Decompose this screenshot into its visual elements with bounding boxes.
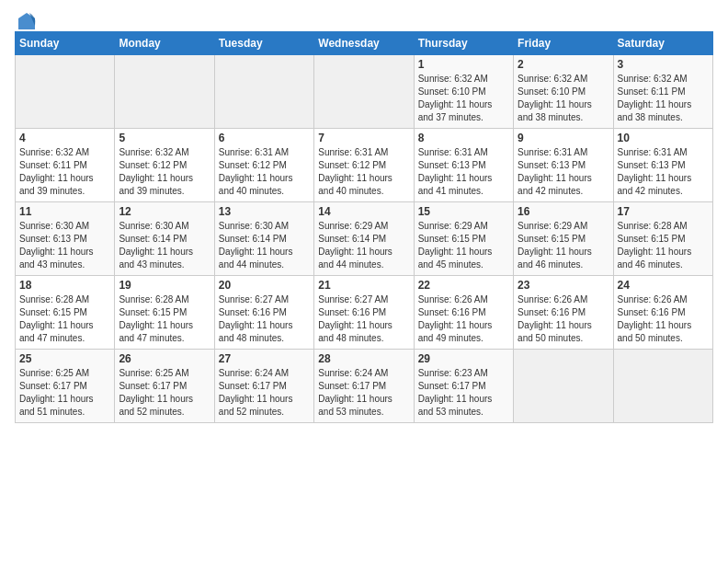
col-monday: Monday: [115, 32, 214, 55]
day-number: 14: [318, 205, 409, 218]
day-info: Sunrise: 6:27 AM Sunset: 6:16 PM Dayligh…: [219, 293, 310, 345]
day-cell: 3Sunrise: 6:32 AM Sunset: 6:11 PM Daylig…: [613, 55, 712, 129]
day-cell: 23Sunrise: 6:26 AM Sunset: 6:16 PM Dayli…: [514, 276, 613, 350]
day-cell: 22Sunrise: 6:26 AM Sunset: 6:16 PM Dayli…: [414, 276, 513, 350]
day-info: Sunrise: 6:26 AM Sunset: 6:16 PM Dayligh…: [518, 293, 609, 345]
day-number: 13: [219, 205, 310, 218]
day-cell: 17Sunrise: 6:28 AM Sunset: 6:15 PM Dayli…: [613, 202, 712, 276]
day-info: Sunrise: 6:32 AM Sunset: 6:12 PM Dayligh…: [119, 146, 210, 198]
day-info: Sunrise: 6:25 AM Sunset: 6:17 PM Dayligh…: [119, 367, 210, 419]
day-cell: 27Sunrise: 6:24 AM Sunset: 6:17 PM Dayli…: [214, 350, 313, 423]
page: Sunday Monday Tuesday Wednesday Thursday…: [0, 0, 728, 563]
week-row-3: 18Sunrise: 6:28 AM Sunset: 6:15 PM Dayli…: [16, 276, 713, 350]
day-number: 10: [618, 132, 709, 144]
day-info: Sunrise: 6:24 AM Sunset: 6:17 PM Dayligh…: [219, 367, 310, 419]
day-info: Sunrise: 6:32 AM Sunset: 6:10 PM Dayligh…: [418, 73, 509, 124]
col-wednesday: Wednesday: [314, 32, 414, 55]
day-cell: 21Sunrise: 6:27 AM Sunset: 6:16 PM Dayli…: [314, 276, 414, 350]
day-info: Sunrise: 6:23 AM Sunset: 6:17 PM Dayligh…: [418, 367, 509, 419]
day-cell: [214, 55, 313, 129]
col-saturday: Saturday: [613, 32, 712, 55]
day-number: 8: [418, 132, 509, 144]
day-info: Sunrise: 6:30 AM Sunset: 6:14 PM Dayligh…: [219, 220, 310, 271]
day-cell: 20Sunrise: 6:27 AM Sunset: 6:16 PM Dayli…: [214, 276, 313, 350]
day-cell: 6Sunrise: 6:31 AM Sunset: 6:12 PM Daylig…: [214, 129, 313, 202]
day-info: Sunrise: 6:29 AM Sunset: 6:14 PM Dayligh…: [318, 220, 409, 271]
day-info: Sunrise: 6:30 AM Sunset: 6:14 PM Dayligh…: [119, 220, 210, 271]
col-thursday: Thursday: [414, 32, 513, 55]
day-number: 6: [219, 132, 310, 144]
day-number: 4: [19, 132, 110, 144]
week-row-4: 25Sunrise: 6:25 AM Sunset: 6:17 PM Dayli…: [16, 350, 713, 423]
day-info: Sunrise: 6:26 AM Sunset: 6:16 PM Dayligh…: [418, 293, 509, 345]
day-cell: 19Sunrise: 6:28 AM Sunset: 6:15 PM Dayli…: [115, 276, 214, 350]
day-number: 18: [19, 279, 110, 292]
day-cell: [514, 350, 613, 423]
day-cell: 28Sunrise: 6:24 AM Sunset: 6:17 PM Dayli…: [314, 350, 414, 423]
day-cell: [314, 55, 414, 129]
day-info: Sunrise: 6:31 AM Sunset: 6:13 PM Dayligh…: [618, 146, 709, 198]
day-number: 27: [219, 352, 310, 365]
day-cell: 4Sunrise: 6:32 AM Sunset: 6:11 PM Daylig…: [16, 129, 115, 202]
day-number: 23: [518, 279, 609, 292]
day-info: Sunrise: 6:31 AM Sunset: 6:13 PM Dayligh…: [518, 146, 609, 198]
day-cell: 8Sunrise: 6:31 AM Sunset: 6:13 PM Daylig…: [414, 129, 513, 202]
logo: [15, 11, 37, 28]
day-number: 5: [119, 132, 210, 144]
day-info: Sunrise: 6:28 AM Sunset: 6:15 PM Dayligh…: [618, 220, 709, 271]
day-cell: 9Sunrise: 6:31 AM Sunset: 6:13 PM Daylig…: [514, 129, 613, 202]
day-number: 22: [418, 279, 509, 292]
day-number: 19: [119, 279, 210, 292]
logo-icon: [17, 11, 37, 31]
day-number: 29: [418, 352, 509, 365]
day-number: 20: [219, 279, 310, 292]
day-number: 7: [318, 132, 409, 144]
day-number: 12: [119, 205, 210, 218]
day-cell: [115, 55, 214, 129]
day-cell: [613, 350, 712, 423]
day-info: Sunrise: 6:28 AM Sunset: 6:15 PM Dayligh…: [19, 293, 110, 345]
day-cell: 18Sunrise: 6:28 AM Sunset: 6:15 PM Dayli…: [16, 276, 115, 350]
day-cell: 5Sunrise: 6:32 AM Sunset: 6:12 PM Daylig…: [115, 129, 214, 202]
day-info: Sunrise: 6:26 AM Sunset: 6:16 PM Dayligh…: [618, 293, 709, 345]
day-number: 28: [318, 352, 409, 365]
day-info: Sunrise: 6:27 AM Sunset: 6:16 PM Dayligh…: [318, 293, 409, 345]
day-info: Sunrise: 6:32 AM Sunset: 6:10 PM Dayligh…: [518, 73, 609, 124]
day-info: Sunrise: 6:32 AM Sunset: 6:11 PM Dayligh…: [618, 73, 709, 124]
col-sunday: Sunday: [16, 32, 115, 55]
day-number: 2: [518, 58, 609, 71]
day-info: Sunrise: 6:29 AM Sunset: 6:15 PM Dayligh…: [418, 220, 509, 271]
day-number: 17: [618, 205, 709, 218]
day-number: 9: [518, 132, 609, 144]
day-cell: 12Sunrise: 6:30 AM Sunset: 6:14 PM Dayli…: [115, 202, 214, 276]
day-cell: 29Sunrise: 6:23 AM Sunset: 6:17 PM Dayli…: [414, 350, 513, 423]
day-cell: 26Sunrise: 6:25 AM Sunset: 6:17 PM Dayli…: [115, 350, 214, 423]
day-number: 1: [418, 58, 509, 71]
day-cell: 14Sunrise: 6:29 AM Sunset: 6:14 PM Dayli…: [314, 202, 414, 276]
day-cell: 11Sunrise: 6:30 AM Sunset: 6:13 PM Dayli…: [16, 202, 115, 276]
day-info: Sunrise: 6:32 AM Sunset: 6:11 PM Dayligh…: [19, 146, 110, 198]
day-number: 21: [318, 279, 409, 292]
col-friday: Friday: [514, 32, 613, 55]
day-cell: 24Sunrise: 6:26 AM Sunset: 6:16 PM Dayli…: [613, 276, 712, 350]
day-info: Sunrise: 6:29 AM Sunset: 6:15 PM Dayligh…: [518, 220, 609, 271]
day-number: 11: [19, 205, 110, 218]
day-info: Sunrise: 6:31 AM Sunset: 6:12 PM Dayligh…: [318, 146, 409, 198]
day-info: Sunrise: 6:31 AM Sunset: 6:12 PM Dayligh…: [219, 146, 310, 198]
week-row-1: 4Sunrise: 6:32 AM Sunset: 6:11 PM Daylig…: [16, 129, 713, 202]
col-tuesday: Tuesday: [214, 32, 313, 55]
day-number: 26: [119, 352, 210, 365]
day-cell: 7Sunrise: 6:31 AM Sunset: 6:12 PM Daylig…: [314, 129, 414, 202]
day-cell: 16Sunrise: 6:29 AM Sunset: 6:15 PM Dayli…: [514, 202, 613, 276]
day-cell: 15Sunrise: 6:29 AM Sunset: 6:15 PM Dayli…: [414, 202, 513, 276]
day-info: Sunrise: 6:31 AM Sunset: 6:13 PM Dayligh…: [418, 146, 509, 198]
day-number: 15: [418, 205, 509, 218]
day-info: Sunrise: 6:28 AM Sunset: 6:15 PM Dayligh…: [119, 293, 210, 345]
day-number: 25: [19, 352, 110, 365]
day-number: 3: [618, 58, 709, 71]
day-cell: 10Sunrise: 6:31 AM Sunset: 6:13 PM Dayli…: [613, 129, 712, 202]
day-info: Sunrise: 6:30 AM Sunset: 6:13 PM Dayligh…: [19, 220, 110, 271]
day-cell: 1Sunrise: 6:32 AM Sunset: 6:10 PM Daylig…: [414, 55, 513, 129]
day-info: Sunrise: 6:24 AM Sunset: 6:17 PM Dayligh…: [318, 367, 409, 419]
header: [15, 11, 713, 28]
